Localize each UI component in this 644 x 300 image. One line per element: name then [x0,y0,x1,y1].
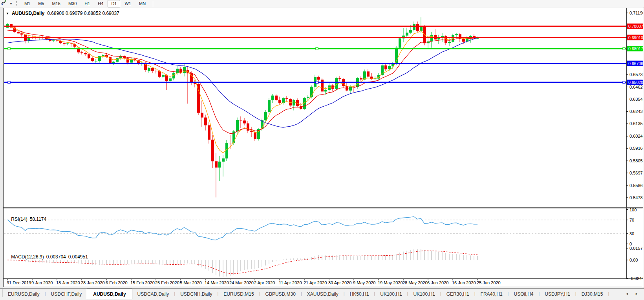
rsi-tick-label: 70 [629,218,634,222]
price-badge-0.65020: 0.65020 [627,80,643,85]
timeframe-button-m1[interactable]: M1 [21,0,34,7]
price-tick-label: 0.64620 [629,85,643,89]
chart-tab[interactable]: EURUSD,Daily [3,290,45,298]
top-toolbar: ▼ M1M5M15M30H1H4D1W1MN [0,0,644,7]
price-tick-label: 0.61350 [629,121,643,126]
price-tick-label: 0.54780 [629,195,643,200]
date-label: 6 Feb 2020 [106,280,128,285]
date-label: 24 Mar 2020 [229,280,254,285]
tab-scroll-right-icon[interactable]: ► [635,292,639,296]
tab-list: EURUSD,Daily|USDCHF,DailyAUDUSD,DailyUSD… [3,289,609,299]
chart-tab[interactable]: USDJPY,H1 [540,290,575,298]
macd-tick-label: 0.015741 [629,246,643,251]
timeframe-button-h4[interactable]: H4 [94,0,107,7]
chart-tab-bar: EURUSD,Daily|USDCHF,DailyAUDUSD,DailyUSD… [0,288,644,300]
price-badge-0.70007: 0.70007 [627,24,643,29]
rsi-tick-label: 30 [629,231,634,236]
date-label: 16 Jun 2020 [452,280,476,285]
price-badge-0.66706: 0.66706 [627,61,643,66]
chart-tab[interactable]: USDCNH,Daily [175,290,217,298]
date-label: 31 Dec 2019 [7,280,31,285]
date-label: 25 Jun 2020 [477,280,501,285]
price-tick-label: 0.58050 [629,158,643,163]
time-axis[interactable]: 31 Dec 20199 Jan 202018 Jan 202028 Jan 2… [7,279,501,285]
date-label: 30 Apr 2020 [328,280,351,285]
price-badge-0.68017: 0.68017 [627,46,643,51]
price-badge-text: 0.69010 [628,35,643,40]
timeframe-button-mn[interactable]: MN [135,0,149,7]
chart-tab[interactable]: EURUSD,M15 [218,290,259,298]
price-badge-text: 0.68017 [628,46,643,51]
date-label: 18 Jan 2020 [56,280,80,285]
price-badge-text: 0.66706 [628,61,643,66]
hline-handle[interactable] [316,81,318,84]
chart-tab[interactable]: UK100,H1 [375,290,407,298]
timeframe-button-m5[interactable]: M5 [35,0,48,7]
hline-handle[interactable] [8,81,10,84]
chart-tab[interactable]: GER30,H1 [441,290,474,298]
hline-handle[interactable] [316,47,318,50]
chart-tab[interactable]: FRA40,H1 [476,290,508,298]
candlestick-series [6,17,479,197]
chart-tab[interactable]: USOil,H4 [509,290,538,298]
hline-handle[interactable] [8,47,10,50]
date-label: 15 Feb 2020 [130,280,155,285]
timeframe-buttons: M1M5M15M30H1H4D1W1MN [21,0,149,7]
chart-window[interactable]: 0.711900.701100.690300.679200.668100.657… [3,8,643,287]
chart-cursor-icon[interactable] [1,0,7,7]
date-label: 28 Jan 2020 [81,280,105,285]
date-label: 21 Apr 2020 [304,280,327,285]
price-tick-label: 0.62430 [629,109,643,114]
date-label: 14 Mar 2020 [205,280,229,285]
timeframe-button-d1[interactable]: D1 [108,0,120,7]
chart-tab[interactable]: UK100,H1 [408,290,440,298]
hline-handle[interactable] [623,47,625,50]
date-label: 9 May 2020 [353,280,375,285]
tab-divider: | [608,291,609,296]
macd-tick-label: 0.00 [629,258,638,262]
date-label: 11 Apr 2020 [279,280,302,285]
chart-tab[interactable]: GBPUSD,M30 [260,290,301,298]
chart-tab[interactable]: HK50,H1 [345,290,374,298]
macd-tick-label: -0.024412 [629,276,643,281]
date-label: 9 Jan 2020 [31,280,53,285]
chart-canvas[interactable]: 0.711900.701100.690300.679200.668100.657… [4,8,643,287]
timeframe-button-m30[interactable]: M30 [65,0,80,7]
chart-tab-active[interactable]: AUDUSD,Daily [87,289,132,299]
timeframe-button-h1[interactable]: H1 [81,0,93,7]
date-label: 2 Apr 2020 [254,280,275,285]
rsi-tick-label: 100 [629,207,637,212]
price-tick-label: 0.63540 [629,97,643,102]
date-label: 25 Feb 2020 [155,280,179,285]
timeframe-button-m15[interactable]: M15 [48,0,64,7]
date-label: 6 Jun 2020 [427,280,448,285]
chart-tab[interactable]: DJ30,M15 [576,290,608,298]
chart-tab[interactable]: USDCHF,Daily [46,290,87,298]
date-label: 28 May 2020 [402,280,428,285]
date-label: 5 Mar 2020 [180,280,202,285]
toolbar-grip [16,1,18,6]
rsi-line [7,216,478,240]
chart-tab[interactable]: USDCAD,Daily [132,290,174,298]
hline-handle[interactable] [623,81,625,84]
price-badge-text: 0.70007 [628,24,643,29]
moving-average-ema5 [7,26,478,153]
price-tick-label: 0.71190 [629,11,643,15]
price-tick-label: 0.59160 [629,146,643,151]
price-tick-label: 0.65730 [629,72,643,77]
price-badge-text: 0.65020 [628,80,643,85]
price-tick-label: 0.56970 [629,171,643,175]
price-tick-label: 0.60240 [629,134,643,138]
tab-bar-grip [0,289,3,297]
tab-scroll-left-icon[interactable]: ◄ [625,292,629,296]
chart-tab[interactable]: XAUUSD,Daily [302,290,344,298]
timeframe-button-w1[interactable]: W1 [121,0,135,7]
price-axis[interactable]: 0.711900.701100.690300.679200.668100.657… [626,11,643,281]
price-tick-label: 0.55860 [629,183,643,188]
date-label: 19 May 2020 [378,280,403,285]
toolbar-separator [153,1,153,7]
caret-down-icon[interactable]: ▼ [9,2,13,5]
price-badge-0.69010: 0.69010 [627,35,643,40]
